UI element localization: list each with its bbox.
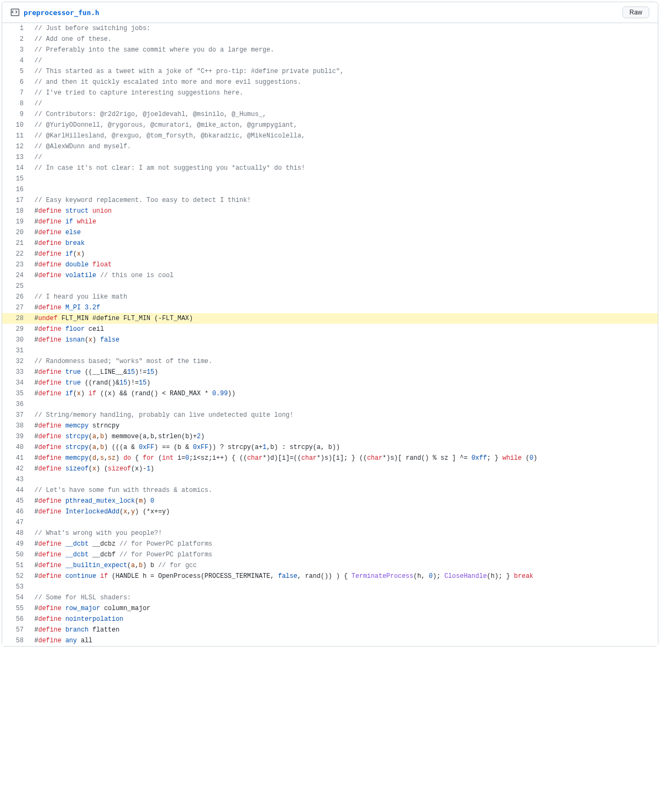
line-content: // (29, 55, 658, 66)
line-content: // Contributors: @r2d2rigo, @joeldevahl,… (29, 109, 658, 120)
line-number[interactable]: 25 (2, 281, 29, 292)
line-number[interactable]: 10 (2, 120, 29, 130)
code-line: 10// @YuriyODonnell, @rygorous, @cmurato… (2, 120, 658, 130)
line-number[interactable]: 29 (2, 324, 29, 335)
line-content: #define volatile // this one is cool (29, 270, 658, 281)
line-number[interactable]: 39 (2, 431, 29, 442)
line-number[interactable]: 4 (2, 55, 29, 66)
line-number[interactable]: 8 (2, 98, 29, 109)
line-number[interactable]: 30 (2, 335, 29, 345)
line-number[interactable]: 47 (2, 517, 29, 528)
line-content: // What's wrong with you people?! (29, 528, 658, 539)
line-number[interactable]: 48 (2, 528, 29, 539)
code-line: 8// (2, 98, 658, 109)
line-number[interactable]: 16 (2, 184, 29, 195)
line-number[interactable]: 40 (2, 442, 29, 453)
line-number[interactable]: 45 (2, 496, 29, 506)
line-content: #define pthread_mutex_lock(m) 0 (29, 496, 658, 506)
line-number[interactable]: 5 (2, 66, 29, 77)
line-number[interactable]: 56 (2, 614, 29, 625)
line-content: // @AlexWDunn and myself. (29, 141, 658, 152)
line-number[interactable]: 3 (2, 45, 29, 55)
line-number[interactable]: 36 (2, 399, 29, 410)
code-line: 46#define InterlockedAdd(x,y) (*x+=y) (2, 506, 658, 517)
code-line: 57#define branch flatten (2, 625, 658, 635)
line-content (29, 173, 658, 184)
line-content: #define if while (29, 216, 658, 227)
line-number[interactable]: 31 (2, 345, 29, 356)
line-number[interactable]: 35 (2, 388, 29, 399)
code-line: 42#define sizeof(x) (sizeof(x)-1) (2, 463, 658, 474)
code-line: 47 (2, 517, 658, 528)
code-line: 44// Let's have some fun with threads & … (2, 485, 658, 496)
line-number[interactable]: 33 (2, 367, 29, 378)
line-number[interactable]: 49 (2, 539, 29, 549)
line-number[interactable]: 12 (2, 141, 29, 152)
line-number[interactable]: 22 (2, 249, 29, 259)
line-content: // In case it's not clear: I am not sugg… (29, 163, 658, 173)
code-viewer: 1// Just before switching jobs:2// Add o… (2, 23, 658, 646)
code-line: 28#undef FLT_MIN #define FLT_MIN (-FLT_M… (2, 313, 658, 324)
line-number[interactable]: 37 (2, 410, 29, 421)
line-number[interactable]: 27 (2, 302, 29, 313)
line-number[interactable]: 42 (2, 463, 29, 474)
line-number[interactable]: 43 (2, 474, 29, 485)
line-number[interactable]: 38 (2, 421, 29, 431)
code-line: 50#define __dcbt __dcbf // for PowerPC p… (2, 549, 658, 560)
line-content: #define if(x) if ((x) && (rand() < RAND_… (29, 388, 658, 399)
line-content: #define memcpy strncpy (29, 421, 658, 431)
line-content: #define nointerpolation (29, 614, 658, 625)
code-line: 31 (2, 345, 658, 356)
code-line: 5// This started as a tweet with a joke … (2, 66, 658, 77)
line-content: #define floor ceil (29, 324, 658, 335)
file-header: preprocessor_fun.h Raw (2, 2, 658, 23)
code-line: 22#define if(x) (2, 249, 658, 259)
line-number[interactable]: 17 (2, 195, 29, 206)
file-name-link[interactable]: preprocessor_fun.h (24, 9, 99, 17)
line-number[interactable]: 21 (2, 238, 29, 249)
line-number[interactable]: 52 (2, 571, 29, 582)
line-number[interactable]: 57 (2, 625, 29, 635)
line-content: #define double float (29, 259, 658, 270)
line-number[interactable]: 14 (2, 163, 29, 173)
line-number[interactable]: 15 (2, 173, 29, 184)
raw-button[interactable]: Raw (622, 6, 649, 18)
line-content: // Preferably into the same commit where… (29, 45, 658, 55)
line-content: // @KarlHillesland, @rexguo, @tom_forsyt… (29, 130, 658, 141)
line-number[interactable]: 23 (2, 259, 29, 270)
line-content: #define sizeof(x) (sizeof(x)-1) (29, 463, 658, 474)
line-number[interactable]: 19 (2, 216, 29, 227)
line-number[interactable]: 55 (2, 603, 29, 614)
line-number[interactable]: 2 (2, 34, 29, 45)
line-number[interactable]: 58 (2, 635, 29, 646)
line-content: #define row_major column_major (29, 603, 658, 614)
code-line: 40#define strcpy(a,b) (((a & 0xFF) == (b… (2, 442, 658, 453)
line-number[interactable]: 11 (2, 130, 29, 141)
line-number[interactable]: 9 (2, 109, 29, 120)
code-line: 54// Some for HLSL shaders: (2, 592, 658, 603)
line-number[interactable]: 1 (2, 23, 29, 34)
code-line: 49#define __dcbt __dcbz // for PowerPC p… (2, 539, 658, 549)
line-number[interactable]: 41 (2, 453, 29, 463)
line-number[interactable]: 18 (2, 206, 29, 216)
line-number[interactable]: 53 (2, 582, 29, 592)
line-number[interactable]: 44 (2, 485, 29, 496)
line-number[interactable]: 50 (2, 549, 29, 560)
line-number[interactable]: 26 (2, 292, 29, 302)
line-number[interactable]: 7 (2, 88, 29, 98)
line-number[interactable]: 24 (2, 270, 29, 281)
line-number[interactable]: 13 (2, 152, 29, 163)
line-number[interactable]: 46 (2, 506, 29, 517)
line-number[interactable]: 28 (2, 313, 29, 324)
line-number[interactable]: 54 (2, 592, 29, 603)
line-number[interactable]: 6 (2, 77, 29, 88)
line-number[interactable]: 34 (2, 378, 29, 388)
line-content: // @YuriyODonnell, @rygorous, @cmuratori… (29, 120, 658, 130)
code-table: 1// Just before switching jobs:2// Add o… (2, 23, 658, 646)
line-number[interactable]: 20 (2, 227, 29, 238)
line-content: // Add one of these. (29, 34, 658, 45)
code-line: 41#define memcpy(d,s,sz) do { for (int i… (2, 453, 658, 463)
line-number[interactable]: 51 (2, 560, 29, 571)
line-number[interactable]: 32 (2, 356, 29, 367)
line-content: #define __dcbt __dcbf // for PowerPC pla… (29, 549, 658, 560)
